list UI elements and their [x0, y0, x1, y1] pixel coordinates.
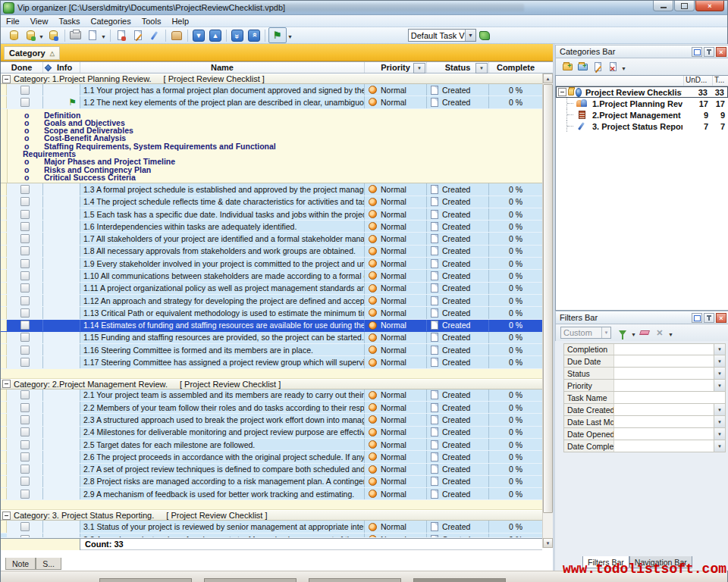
- delete-task-icon[interactable]: [147, 28, 162, 43]
- minimize-button[interactable]: [653, 1, 673, 11]
- task-row[interactable]: ⚑ 1.14 Estimates of funding and staffing…: [1, 320, 553, 332]
- panel-close-button[interactable]: ×: [716, 313, 726, 323]
- menu-tools[interactable]: Tools: [136, 17, 167, 26]
- task-row[interactable]: ⚑ 3.1 Status of your project is reviewed…: [1, 521, 553, 533]
- move-down-icon[interactable]: ▼: [191, 28, 206, 43]
- close-button[interactable]: ×: [695, 1, 724, 11]
- panel-restore-button[interactable]: [692, 313, 702, 323]
- filter-dropdown-button[interactable]: ▼: [714, 380, 725, 391]
- filter-value-field[interactable]: [614, 380, 714, 391]
- filters-toolbar-overflow-icon[interactable]: ▼: [668, 332, 673, 337]
- categories-toolbar-overflow-icon[interactable]: ▼: [621, 66, 626, 71]
- maximize-button[interactable]: [674, 1, 695, 11]
- edit-category-icon[interactable]: [591, 61, 604, 73]
- done-checkbox[interactable]: [20, 440, 30, 449]
- column-header-done[interactable]: Done: [1, 62, 43, 73]
- categories-bar-header[interactable]: Categories Bar ×: [555, 45, 728, 58]
- open-database-dropdown-icon[interactable]: ▼: [39, 34, 44, 39]
- task-row[interactable]: ⚑ 2.8 Project risks are managed accordin…: [1, 476, 553, 488]
- filter-dropdown-button[interactable]: ▼: [714, 368, 725, 379]
- collapse-icon[interactable]: [2, 75, 11, 83]
- done-checkbox[interactable]: [20, 452, 30, 462]
- done-checkbox[interactable]: [20, 415, 30, 424]
- task-row[interactable]: ⚑ 2.5 Target dates for each milestone ar…: [1, 439, 553, 451]
- category-tree-item-project-review-checklist[interactable]: Project Review Checklist 33 33: [556, 86, 728, 98]
- done-checkbox[interactable]: [20, 98, 30, 107]
- apply-view-icon[interactable]: [479, 31, 490, 40]
- task-row[interactable]: ⚑ 1.15 Funding and staffing resources ar…: [1, 332, 553, 344]
- column-header-name[interactable]: Name: [80, 62, 365, 73]
- task-row[interactable]: ⚑ 1.13 Critical Path or equivalent metho…: [1, 307, 553, 319]
- move-up-icon[interactable]: ▲: [208, 28, 223, 43]
- scrollbar-thumb[interactable]: [543, 84, 553, 513]
- print-preview-icon[interactable]: [85, 28, 100, 43]
- task-row[interactable]: ⚑ 2.2 Members of your team follow their …: [1, 402, 553, 414]
- done-checkbox[interactable]: [20, 390, 30, 399]
- vertical-scrollbar[interactable]: ▲ ▼: [542, 74, 553, 548]
- combo-dropdown-icon[interactable]: ▼: [465, 30, 475, 41]
- complete-task-icon[interactable]: [169, 28, 184, 43]
- column-header-total[interactable]: T...: [713, 76, 728, 86]
- group-by-category-button[interactable]: Category △: [4, 46, 60, 60]
- task-row[interactable]: ⚑ 1.6 Interdependencies within tasks are…: [1, 221, 553, 233]
- task-row[interactable]: ⚑ 1.2 The next key elements of the proje…: [1, 96, 553, 108]
- done-checkbox[interactable]: [20, 427, 30, 436]
- filter-dropdown-button[interactable]: ▼: [714, 440, 725, 452]
- task-row[interactable]: ⚑ 2.3 A structured approach used to brea…: [1, 414, 553, 426]
- collapse-icon[interactable]: [558, 88, 566, 96]
- add-subcategory-icon[interactable]: +: [576, 61, 589, 73]
- scroll-up-button[interactable]: ▲: [543, 74, 553, 83]
- done-checkbox[interactable]: [20, 477, 30, 486]
- filter-value-field[interactable]: [614, 392, 725, 403]
- done-checkbox[interactable]: [20, 321, 30, 330]
- task-row[interactable]: ⚑ 1.10 All communications between stakeh…: [1, 270, 553, 282]
- done-checkbox[interactable]: [20, 283, 30, 293]
- column-header-undone[interactable]: UnD...: [684, 76, 713, 86]
- task-row[interactable]: ⚑ 1.17 Steering Committee has assigned a…: [1, 356, 553, 368]
- task-row[interactable]: ⚑ 2.9 A mechanism of feedback is used fo…: [1, 488, 553, 500]
- priority-filter-button[interactable]: ▼: [413, 63, 425, 74]
- done-checkbox[interactable]: [20, 86, 30, 95]
- task-row[interactable]: ⚑ 2.7 A set of project review techniques…: [1, 464, 553, 476]
- task-row[interactable]: ⚑ 2.6 The project proceeds in accordance…: [1, 451, 553, 463]
- new-database-icon[interactable]: [6, 28, 21, 43]
- task-view-combobox[interactable]: Default Task V▼: [408, 29, 476, 42]
- new-task-icon[interactable]: [114, 28, 129, 43]
- filter-dropdown-button[interactable]: ▼: [714, 416, 725, 427]
- done-checkbox[interactable]: [20, 358, 30, 367]
- panel-close-button[interactable]: ×: [716, 47, 726, 57]
- menu-categories[interactable]: Categories: [86, 17, 136, 26]
- done-checkbox[interactable]: [20, 210, 30, 219]
- filter-value-field[interactable]: [614, 404, 714, 415]
- column-header-status[interactable]: Status ▼: [427, 62, 489, 73]
- task-row[interactable]: ⚑ 1.5 Each task has a specific due date.…: [1, 208, 553, 221]
- category-tree-item-2-project-management-review[interactable]: 2.Project Management Review 9 9: [556, 109, 728, 120]
- filter-dropdown-button[interactable]: ▼: [714, 344, 725, 355]
- task-row[interactable]: ⚑ 1.1 Your project has a formal project …: [1, 84, 553, 96]
- clear-filter-icon[interactable]: [638, 327, 651, 339]
- filter-preset-combobox[interactable]: Custom ▼: [560, 327, 611, 339]
- title-bar[interactable]: Vip organizer [C:\Users\dmitry\Documents…: [1, 1, 727, 15]
- filter-dropdown-button[interactable]: ▼: [714, 404, 725, 415]
- filter-value-field[interactable]: [614, 428, 714, 440]
- collapse-icon[interactable]: [2, 512, 11, 520]
- tab-s[interactable]: S...: [36, 558, 61, 570]
- delete-filter-icon[interactable]: ✕: [653, 327, 667, 339]
- filter-value-field[interactable]: [614, 416, 714, 427]
- move-to-top-icon[interactable]: »: [246, 28, 262, 43]
- done-checkbox[interactable]: [20, 197, 30, 206]
- status-filter-button[interactable]: ▼: [475, 63, 488, 74]
- category-group-header[interactable]: Category: 1.Project Planning Review. [ P…: [1, 74, 553, 84]
- done-checkbox[interactable]: [20, 522, 30, 531]
- done-checkbox[interactable]: [20, 296, 30, 305]
- done-checkbox[interactable]: [20, 246, 30, 255]
- open-database-icon[interactable]: [23, 28, 38, 43]
- menu-tasks[interactable]: Tasks: [53, 17, 85, 26]
- menu-file[interactable]: File: [1, 17, 25, 26]
- column-header-complete[interactable]: Complete: [489, 62, 542, 73]
- done-checkbox[interactable]: [20, 259, 30, 268]
- task-row[interactable]: ⚑ 2.4 Milestones for deliverable monitor…: [1, 427, 553, 439]
- filters-bar-header[interactable]: Filters Bar ×: [555, 311, 728, 324]
- task-row[interactable]: ⚑ 1.9 Every stakeholder involved in your…: [1, 258, 553, 270]
- tab-note[interactable]: Note: [5, 558, 36, 570]
